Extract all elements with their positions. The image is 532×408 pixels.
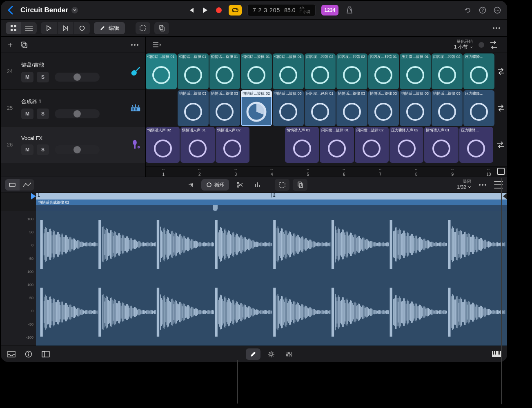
loop-cell[interactable]: 闪闪发…和弦 02: [305, 53, 336, 89]
loop-cell[interactable]: 压力骤…旋律 01: [400, 53, 431, 89]
track-row[interactable]: 24 键盘/吉他 M S: [1, 53, 145, 90]
loop-cell[interactable]: 悄悄话…旋律 01: [209, 53, 240, 89]
solo-button[interactable]: S: [37, 72, 49, 82]
list-view-button[interactable]: [21, 22, 37, 34]
volume-slider[interactable]: [55, 109, 100, 118]
solo-button[interactable]: S: [37, 144, 49, 155]
copy-tool-button[interactable]: [154, 22, 169, 34]
count-in-button[interactable]: 1234: [321, 5, 339, 16]
info-button[interactable]: [24, 349, 33, 359]
transient-button[interactable]: [250, 179, 265, 191]
loop-cell[interactable]: 压力骤降…: [459, 127, 493, 163]
scissors-button[interactable]: [232, 179, 247, 191]
scene-column[interactable]: ︿7: [363, 166, 398, 177]
loop-cell[interactable]: 悄悄话…旋律 03: [209, 90, 240, 126]
edit-button[interactable]: 编辑: [94, 22, 125, 34]
snap-control[interactable]: 吸附 1/32: [457, 179, 471, 191]
loop-cell[interactable]: 压力骤降人声 02: [390, 127, 423, 163]
playhead-start-icon[interactable]: [31, 193, 36, 200]
loop-cell[interactable]: 悄悄话…旋律 03: [273, 90, 304, 126]
scene-column[interactable]: ︿3: [218, 166, 254, 177]
row-trigger[interactable]: [494, 127, 507, 163]
editor-more-button[interactable]: [477, 179, 488, 191]
volume-slider[interactable]: [55, 145, 100, 154]
inbox-button[interactable]: [7, 349, 16, 359]
preview-step-button[interactable]: [57, 22, 73, 34]
loop-cell[interactable]: 悄悄话人声 02: [216, 127, 249, 163]
track-row[interactable]: 26 Vocal FX M S fx: [1, 126, 145, 163]
editor-marquee-button[interactable]: [275, 179, 289, 191]
add-track-button[interactable]: ＋: [6, 40, 15, 49]
pencil-tab[interactable]: [246, 348, 260, 360]
keyboard-button[interactable]: [492, 349, 501, 359]
loop-cell[interactable]: 悄悄话…旋律 03: [368, 90, 399, 126]
loop-cell[interactable]: 悄悄话人声 01: [424, 127, 458, 163]
loop-cell[interactable]: 悄悄话…旋律 03: [432, 90, 463, 126]
loop-cell[interactable]: 悄悄话…旋律 03: [400, 90, 431, 126]
mute-button[interactable]: M: [21, 72, 33, 82]
loop-cell[interactable]: 闪闪发…旋律 02: [355, 127, 389, 163]
loop-cell[interactable]: 悄悄话人声 02: [146, 127, 180, 163]
loop-cell[interactable]: 悄悄话…旋律 01: [273, 53, 304, 89]
go-to-start-button[interactable]: [187, 6, 195, 14]
track-row[interactable]: 25 合成器 1 M S: [1, 90, 145, 126]
ruler-end-icon[interactable]: [503, 193, 507, 200]
grid-view-button[interactable]: [6, 22, 21, 34]
editor-copy-button[interactable]: [293, 179, 307, 191]
header-nav-arrows[interactable]: [490, 39, 501, 51]
panels-button[interactable]: [41, 349, 51, 359]
loop-cell[interactable]: 悄悄话人声 01: [180, 127, 214, 163]
loop-cell[interactable]: 悄悄话人声 01: [285, 127, 319, 163]
loop-cell[interactable]: 闪闪发…琶音 01: [305, 90, 336, 126]
quantize-control[interactable]: 量化开始 1 小节: [454, 39, 473, 51]
mute-button[interactable]: M: [21, 144, 33, 155]
loop-cell[interactable]: 悄悄话…旋律 03: [178, 90, 209, 126]
help-button[interactable]: ?: [479, 6, 487, 14]
loop-cell[interactable]: 悄悄话…旋律 01: [241, 53, 272, 89]
loop-cell[interactable]: 压力骤降…: [463, 90, 494, 126]
eq-tab[interactable]: [282, 348, 296, 360]
preview-play-button[interactable]: [41, 22, 57, 34]
volume-slider[interactable]: [55, 73, 100, 82]
playhead-line[interactable]: [213, 211, 213, 346]
loop-cell[interactable]: 闪闪发…和弦 01: [368, 53, 399, 89]
marker-strip[interactable]: [36, 205, 507, 211]
loop-cell[interactable]: 悄悄话…旋律 01: [146, 53, 177, 89]
scene-column[interactable]: ︿2: [182, 166, 218, 177]
loop-cell[interactable]: 悄悄话…旋律 03: [336, 90, 367, 126]
play-button[interactable]: [201, 6, 209, 14]
mute-button[interactable]: M: [21, 109, 33, 119]
ruler[interactable]: 1 2: [36, 193, 507, 200]
scene-column[interactable]: ︿9: [435, 166, 470, 177]
region-header[interactable]: 悄悄话合成旋律 02: [36, 200, 507, 205]
catch-button[interactable]: [183, 179, 198, 191]
scene-column[interactable]: ︿6: [327, 166, 362, 177]
more-button[interactable]: [493, 6, 501, 14]
waveform[interactable]: [36, 211, 507, 346]
row-trigger[interactable]: [495, 53, 507, 89]
loop-cell[interactable]: 悄悄话…旋律 01: [178, 53, 209, 89]
record-button[interactable]: [215, 6, 223, 14]
wave-view-button[interactable]: [5, 179, 20, 191]
reorder-button[interactable]: [151, 41, 162, 49]
lcd-display[interactable]: 7 2 3 205 85.0 4/4 F 小调: [247, 4, 316, 16]
duplicate-track-button[interactable]: [20, 40, 29, 49]
loop-cell[interactable]: 悄悄话…旋律 02: [241, 90, 272, 126]
playhead-handle[interactable]: [213, 205, 218, 211]
track-view-button[interactable]: [20, 179, 34, 191]
back-button[interactable]: [7, 5, 14, 16]
solo-button[interactable]: S: [37, 109, 49, 119]
undo-button[interactable]: [464, 6, 472, 14]
scene-column[interactable]: ︿4: [254, 166, 290, 177]
row-trigger[interactable]: [495, 90, 507, 126]
track-list-more-button[interactable]: [129, 39, 140, 51]
flex-tab[interactable]: [264, 348, 278, 360]
scene-column[interactable]: ︿8: [399, 166, 434, 177]
scene-column[interactable]: ︿1: [146, 166, 181, 177]
toolbar2-more-button[interactable]: [491, 22, 502, 34]
loop-button[interactable]: 循环: [201, 179, 229, 191]
scene-column[interactable]: ︿5: [290, 166, 326, 177]
project-title[interactable]: Circuit Bender: [20, 6, 78, 14]
selection-tool-button[interactable]: [136, 22, 150, 34]
loop-cell[interactable]: 闪闪发…和弦 02: [336, 53, 367, 89]
